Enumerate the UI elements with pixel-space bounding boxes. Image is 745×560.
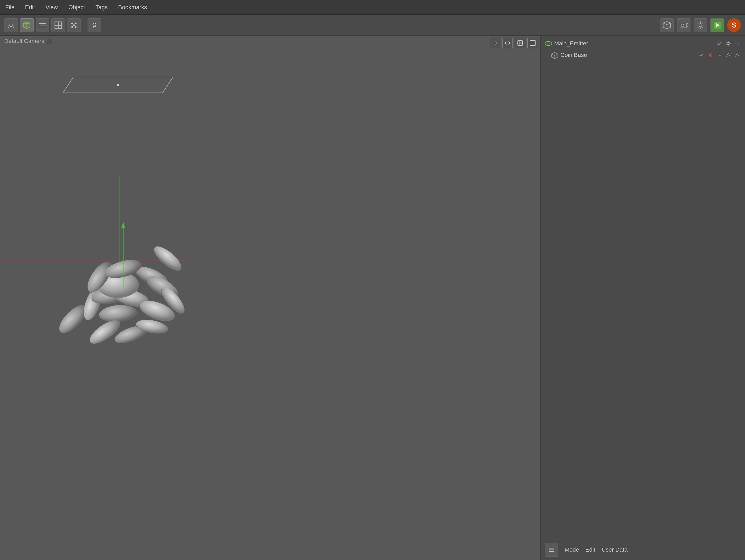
- emitter-visibility[interactable]: [724, 40, 732, 47]
- hierarchy-item-main-emitter[interactable]: Main_Emitter ⋯: [541, 38, 745, 49]
- svg-marker-56: [121, 222, 125, 228]
- hierarchy-item-coin-base[interactable]: Coin Base ⋯: [541, 49, 745, 61]
- bottom-right-panel: Mode Edit User Data: [541, 539, 745, 560]
- viewport[interactable]: Default Camera 🎥: [0, 36, 540, 560]
- svg-point-9: [71, 26, 73, 28]
- coin-base-tri2[interactable]: [734, 52, 741, 59]
- svg-point-15: [681, 24, 684, 27]
- svg-point-22: [117, 84, 119, 86]
- emitter-name: Main_Emitter: [554, 40, 714, 47]
- viewport-move-btn[interactable]: [490, 38, 500, 48]
- mode-label[interactable]: Mode: [565, 547, 579, 553]
- viewport-label: Default Camera 🎥: [4, 38, 53, 44]
- coin-base-icon: [551, 52, 558, 59]
- camera-btn[interactable]: [677, 18, 690, 32]
- viewport-controls: [490, 38, 538, 48]
- emitter-actions: ⋯: [716, 40, 741, 47]
- emitter-icon: [545, 40, 552, 47]
- emitter-checkmark[interactable]: [716, 40, 723, 47]
- edit-label[interactable]: Edit: [585, 547, 595, 553]
- svg-rect-19: [518, 41, 522, 45]
- coin-base-tri1[interactable]: [724, 52, 732, 59]
- emitter-plane-container: [53, 74, 184, 95]
- menu-edit[interactable]: Edit: [25, 4, 35, 11]
- svg-point-34: [151, 242, 185, 274]
- main-toolbar: [0, 15, 540, 36]
- viewport-rotate-btn[interactable]: [502, 38, 513, 48]
- menu-bar: File Edit View Object Tags Bookmarks: [0, 0, 745, 15]
- svg-rect-6: [59, 26, 62, 29]
- svg-point-12: [93, 23, 96, 26]
- toolbar-separator-1: [84, 20, 85, 30]
- camera-icon: 🎥: [47, 38, 53, 44]
- object-hierarchy: Main_Emitter ⋯: [541, 36, 745, 63]
- user-data-label[interactable]: User Data: [602, 547, 627, 553]
- menu-view[interactable]: View: [45, 4, 58, 11]
- frame-tool-btn[interactable]: [36, 18, 49, 32]
- menu-file[interactable]: File: [5, 4, 14, 11]
- bottom-panel-hamburger[interactable]: [545, 543, 558, 557]
- coins-3d-object: [42, 172, 199, 329]
- right-panel: Main_Emitter ⋯: [540, 36, 745, 560]
- svg-point-42: [86, 316, 124, 348]
- settings-tool-btn[interactable]: [4, 18, 18, 32]
- svg-point-58: [727, 42, 729, 44]
- coin-base-checkmark[interactable]: [698, 52, 705, 59]
- camera-label: Default Camera: [4, 38, 44, 44]
- object-tool-btn[interactable]: [20, 18, 34, 32]
- coin-base-name: Coin Base: [560, 52, 696, 59]
- coin-base-actions: ⋯: [698, 52, 741, 59]
- coin-base-x[interactable]: [707, 52, 714, 59]
- svg-marker-59: [726, 53, 730, 57]
- grid-tool-btn[interactable]: [52, 18, 65, 32]
- svg-point-57: [545, 41, 552, 45]
- coin-base-dots[interactable]: ⋯: [716, 52, 723, 59]
- svg-point-7: [71, 23, 73, 24]
- menu-object[interactable]: Object: [68, 4, 85, 11]
- s4d-icon-btn[interactable]: S: [727, 18, 741, 32]
- svg-rect-5: [55, 26, 58, 29]
- viewport-zoom-btn[interactable]: [527, 38, 538, 48]
- particles-tool-btn[interactable]: [67, 18, 81, 32]
- svg-point-8: [75, 23, 76, 24]
- svg-rect-14: [680, 23, 686, 28]
- svg-marker-60: [735, 53, 739, 57]
- svg-point-11: [73, 24, 75, 26]
- emitter-dots[interactable]: ⋯: [734, 40, 741, 47]
- svg-point-0: [10, 24, 12, 27]
- render-settings-btn[interactable]: [693, 18, 707, 32]
- render-btn[interactable]: [710, 18, 724, 32]
- nav-cube-btn[interactable]: [660, 18, 674, 32]
- viewport-scale-btn[interactable]: [515, 38, 525, 48]
- right-toolbar: S: [540, 15, 745, 36]
- menu-tags[interactable]: Tags: [95, 4, 107, 11]
- svg-point-16: [699, 24, 702, 27]
- svg-point-10: [75, 26, 76, 28]
- light-tool-btn[interactable]: [88, 18, 101, 32]
- svg-rect-4: [59, 22, 62, 25]
- svg-rect-3: [55, 22, 58, 25]
- menu-bookmarks[interactable]: Bookmarks: [118, 4, 147, 11]
